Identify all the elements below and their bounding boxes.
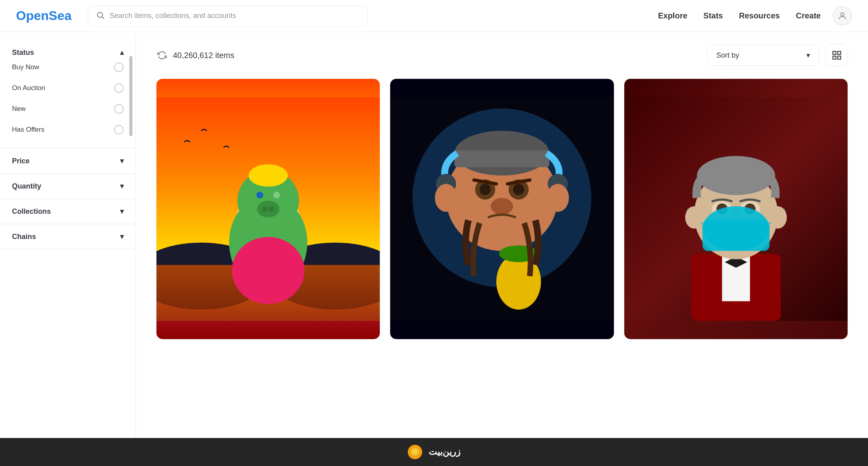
items-count-label: 40,260,612 items bbox=[173, 51, 234, 60]
sort-label: Sort by bbox=[716, 51, 739, 60]
sidebar-scrollbar-track[interactable] bbox=[129, 32, 132, 466]
toolbar-right: Sort by ▾ bbox=[707, 44, 848, 66]
nft-card-boredtesla[interactable]: Bored Tesla Society Tesla #76 ♥ 16 bbox=[624, 78, 848, 339]
chevron-down-icon-quantity: ▾ bbox=[120, 182, 124, 191]
sidebar: Status ▴ Buy Now On Auction New Has Offe… bbox=[0, 32, 136, 466]
site-logo: OpenSea bbox=[16, 8, 72, 23]
sidebar-section-price-label: Price bbox=[12, 157, 30, 165]
sidebar-section-quantity: Quantity ▾ bbox=[0, 174, 136, 199]
svg-point-34 bbox=[435, 184, 457, 212]
sidebar-option-auction-label: On Auction bbox=[12, 84, 45, 92]
sidebar-section-chains: Chains ▾ bbox=[0, 224, 136, 249]
svg-point-2 bbox=[841, 13, 844, 16]
svg-point-16 bbox=[257, 192, 263, 199]
nft-card-crazyapes[interactable]: Crazy Apes Social ... Min Bid CrazyApesC… bbox=[390, 78, 614, 339]
svg-rect-5 bbox=[833, 56, 836, 59]
sidebar-section-collections-label: Collections bbox=[12, 207, 51, 216]
main-nav: Explore Stats Resources Create bbox=[658, 11, 821, 20]
nav-resources[interactable]: Resources bbox=[739, 11, 780, 20]
svg-point-0 bbox=[97, 12, 102, 17]
sidebar-section-price-header[interactable]: Price ▾ bbox=[12, 157, 124, 165]
sidebar-option-new-radio[interactable] bbox=[114, 104, 124, 114]
sidebar-section-quantity-header[interactable]: Quantity ▾ bbox=[12, 182, 124, 191]
svg-point-17 bbox=[273, 192, 280, 199]
banner-text: زرین‌بیت bbox=[429, 447, 461, 457]
chevron-down-icon-collections: ▾ bbox=[120, 207, 124, 216]
main-layout: Status ▴ Buy Now On Auction New Has Offe… bbox=[0, 32, 868, 466]
sidebar-section-collections: Collections ▾ bbox=[0, 199, 136, 224]
user-avatar-button[interactable] bbox=[833, 6, 852, 26]
sidebar-section-status-label: Status bbox=[12, 48, 34, 57]
sidebar-section-chains-label: Chains bbox=[12, 233, 36, 241]
nft-info-cryptopig: CryptoPigsNFT Price CryptoPig #1306 Ξ 0.… bbox=[156, 339, 380, 339]
sort-chevron-icon: ▾ bbox=[806, 51, 810, 60]
sidebar-section-collections-header[interactable]: Collections ▾ bbox=[12, 207, 124, 216]
svg-point-32 bbox=[513, 184, 524, 195]
svg-point-31 bbox=[480, 184, 491, 195]
svg-rect-4 bbox=[838, 51, 841, 54]
nft-grid: CryptoPigsNFT Price CryptoPig #1306 Ξ 0.… bbox=[136, 74, 868, 360]
svg-point-18 bbox=[257, 201, 279, 217]
sidebar-section-status-header[interactable]: Status ▴ bbox=[12, 48, 124, 57]
sidebar-section-price: Price ▾ bbox=[0, 149, 136, 174]
svg-point-19 bbox=[262, 206, 268, 212]
header: OpenSea Explore Stats Resources Create bbox=[0, 0, 868, 32]
nav-stats[interactable]: Stats bbox=[704, 11, 723, 20]
nft-info-crazyapes: Crazy Apes Social ... Min Bid CrazyApesC… bbox=[390, 339, 613, 339]
svg-rect-6 bbox=[838, 56, 841, 59]
banner-logo: 🪙 bbox=[408, 445, 422, 459]
bottom-banner: 🪙 زرین‌بیت bbox=[0, 438, 868, 466]
sidebar-section-status: Status ▴ Buy Now On Auction New Has Offe… bbox=[0, 40, 136, 149]
content-area: 40,260,612 items Sort by ▾ bbox=[136, 32, 868, 466]
svg-point-35 bbox=[547, 184, 569, 212]
svg-point-15 bbox=[249, 164, 288, 187]
sidebar-option-auction[interactable]: On Auction bbox=[12, 78, 124, 98]
svg-point-51 bbox=[769, 206, 787, 229]
sidebar-scrollbar-thumb[interactable] bbox=[129, 56, 132, 136]
svg-point-33 bbox=[491, 198, 513, 215]
sidebar-option-new-label: New bbox=[12, 105, 26, 113]
svg-rect-49 bbox=[702, 220, 769, 251]
chevron-down-icon-chains: ▾ bbox=[120, 232, 124, 241]
sidebar-option-buynow[interactable]: Buy Now bbox=[12, 57, 124, 78]
nav-create[interactable]: Create bbox=[796, 11, 821, 20]
sidebar-option-buynow-label: Buy Now bbox=[12, 63, 39, 71]
grid-view-button[interactable] bbox=[826, 44, 848, 66]
sidebar-option-buynow-radio[interactable] bbox=[114, 62, 124, 72]
sort-dropdown[interactable]: Sort by ▾ bbox=[707, 45, 819, 66]
refresh-button[interactable] bbox=[156, 49, 168, 61]
svg-point-50 bbox=[685, 206, 703, 229]
sidebar-option-hasoffers[interactable]: Has Offers bbox=[12, 119, 124, 140]
toolbar: 40,260,612 items Sort by ▾ bbox=[136, 32, 868, 74]
sidebar-option-hasoffers-label: Has Offers bbox=[12, 126, 44, 134]
sidebar-section-quantity-label: Quantity bbox=[12, 182, 41, 191]
svg-point-13 bbox=[232, 237, 304, 304]
sidebar-option-auction-radio[interactable] bbox=[114, 83, 124, 93]
svg-line-1 bbox=[102, 17, 104, 19]
search-icon bbox=[96, 11, 105, 21]
nav-explore[interactable]: Explore bbox=[658, 11, 687, 20]
search-bar[interactable] bbox=[88, 6, 368, 26]
nft-info-boredtesla: Bored Tesla Society Tesla #76 ♥ 16 bbox=[624, 339, 848, 339]
chevron-up-icon: ▴ bbox=[120, 48, 124, 57]
nft-card-cryptopig[interactable]: CryptoPigsNFT Price CryptoPig #1306 Ξ 0.… bbox=[156, 78, 380, 339]
sidebar-option-hasoffers-radio[interactable] bbox=[114, 125, 124, 135]
items-count-area: 40,260,612 items bbox=[156, 49, 234, 61]
sidebar-option-new[interactable]: New bbox=[12, 98, 124, 119]
chevron-down-icon: ▾ bbox=[120, 157, 124, 165]
svg-rect-26 bbox=[455, 151, 549, 167]
svg-rect-3 bbox=[833, 51, 836, 54]
sidebar-section-chains-header[interactable]: Chains ▾ bbox=[12, 232, 124, 241]
svg-point-20 bbox=[269, 206, 275, 212]
search-input[interactable] bbox=[110, 12, 359, 20]
